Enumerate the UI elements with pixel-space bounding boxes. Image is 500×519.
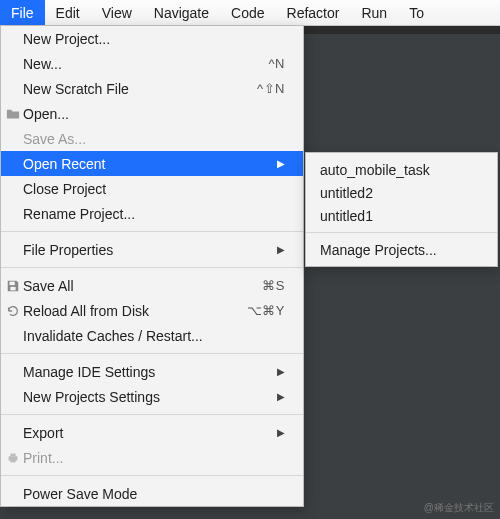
label: auto_mobile_task	[320, 162, 483, 178]
submenu-arrow-icon: ▶	[277, 391, 285, 402]
label: Save As...	[23, 131, 285, 147]
menu-item-save-all[interactable]: Save All⌘S	[1, 273, 303, 298]
menu-item-invalidate-caches[interactable]: Invalidate Caches / Restart...	[1, 323, 303, 348]
label: Save All	[23, 278, 262, 294]
label: Export	[23, 425, 271, 441]
label: Reload All from Disk	[23, 303, 247, 319]
submenu-arrow-icon: ▶	[277, 158, 285, 169]
menu-edit[interactable]: Edit	[45, 0, 91, 25]
menu-item-export[interactable]: Export▶	[1, 420, 303, 445]
label: untitled2	[320, 185, 483, 201]
label: Power Save Mode	[23, 486, 285, 502]
menu-item-open-recent[interactable]: Open Recent▶	[1, 151, 303, 176]
menu-item-rename-project[interactable]: Rename Project...	[1, 201, 303, 226]
label: New Projects Settings	[23, 389, 271, 405]
menu-item-new-scratch[interactable]: New Scratch File^⇧N	[1, 76, 303, 101]
separator	[306, 232, 497, 233]
menu-tools[interactable]: To	[398, 0, 435, 25]
folder-icon	[5, 106, 20, 121]
recent-project-item[interactable]: untitled1	[306, 204, 497, 227]
menu-item-print: Print...	[1, 445, 303, 470]
separator	[1, 267, 303, 268]
shortcut: ^N	[269, 56, 286, 71]
print-icon	[5, 450, 20, 465]
shortcut: ^⇧N	[257, 81, 285, 96]
menu-view[interactable]: View	[91, 0, 143, 25]
menu-item-close-project[interactable]: Close Project	[1, 176, 303, 201]
watermark: @稀金技术社区	[424, 501, 494, 515]
svg-rect-1	[10, 286, 15, 290]
menu-item-power-save[interactable]: Power Save Mode	[1, 481, 303, 506]
separator	[1, 475, 303, 476]
label: Open...	[23, 106, 285, 122]
recent-project-item[interactable]: untitled2	[306, 181, 497, 204]
label: Manage Projects...	[320, 242, 483, 258]
label: Invalidate Caches / Restart...	[23, 328, 285, 344]
label: New Project...	[23, 31, 285, 47]
label: File Properties	[23, 242, 271, 258]
svg-rect-0	[9, 281, 14, 285]
label: Close Project	[23, 181, 285, 197]
shortcut: ⌥⌘Y	[247, 303, 285, 318]
menu-item-save-as: Save As...	[1, 126, 303, 151]
label: Open Recent	[23, 156, 271, 172]
svg-rect-3	[10, 453, 15, 456]
menu-item-new-project[interactable]: New Project...	[1, 26, 303, 51]
reload-icon	[5, 303, 20, 318]
save-icon	[5, 278, 20, 293]
menu-code[interactable]: Code	[220, 0, 275, 25]
submenu-arrow-icon: ▶	[277, 366, 285, 377]
menu-run[interactable]: Run	[350, 0, 398, 25]
label: Print...	[23, 450, 285, 466]
menubar: File Edit View Navigate Code Refactor Ru…	[0, 0, 500, 26]
menu-item-open[interactable]: Open...	[1, 101, 303, 126]
label: New...	[23, 56, 269, 72]
menu-refactor[interactable]: Refactor	[276, 0, 351, 25]
svg-rect-4	[10, 459, 15, 462]
label: Rename Project...	[23, 206, 285, 222]
menu-item-manage-ide-settings[interactable]: Manage IDE Settings▶	[1, 359, 303, 384]
shortcut: ⌘S	[262, 278, 285, 293]
menu-item-new[interactable]: New...^N	[1, 51, 303, 76]
label: Manage IDE Settings	[23, 364, 271, 380]
menu-item-new-projects-settings[interactable]: New Projects Settings▶	[1, 384, 303, 409]
menu-navigate[interactable]: Navigate	[143, 0, 220, 25]
recent-project-item[interactable]: auto_mobile_task	[306, 158, 497, 181]
menu-item-manage-projects[interactable]: Manage Projects...	[306, 238, 497, 261]
label: New Scratch File	[23, 81, 257, 97]
separator	[1, 231, 303, 232]
menu-item-file-properties[interactable]: File Properties▶	[1, 237, 303, 262]
menu-item-reload-all[interactable]: Reload All from Disk⌥⌘Y	[1, 298, 303, 323]
label: untitled1	[320, 208, 483, 224]
file-dropdown: New Project... New...^N New Scratch File…	[0, 26, 304, 507]
submenu-arrow-icon: ▶	[277, 427, 285, 438]
menu-file[interactable]: File	[0, 0, 45, 25]
submenu-arrow-icon: ▶	[277, 244, 285, 255]
separator	[1, 414, 303, 415]
open-recent-submenu: auto_mobile_task untitled2 untitled1 Man…	[305, 152, 498, 267]
separator	[1, 353, 303, 354]
